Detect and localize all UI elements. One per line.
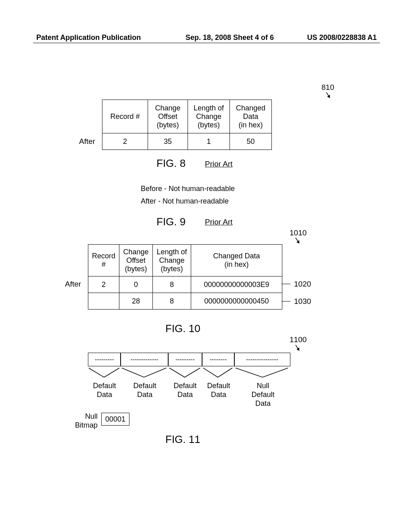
fig11-reference-number: 1100 bbox=[290, 335, 307, 344]
fig9-caption: FIG. 9 bbox=[156, 216, 186, 228]
table-header: Change Offset (bytes) bbox=[148, 100, 188, 133]
header-right: US 2008/0228838 A1 bbox=[307, 33, 377, 42]
dashes: --------- bbox=[95, 356, 114, 363]
fig10-row-reference: 1030 bbox=[294, 297, 311, 306]
null-bitmap-label: Null Bitmap bbox=[72, 412, 98, 430]
arrow-icon bbox=[294, 237, 302, 245]
table-cell: 0 bbox=[119, 276, 153, 293]
table-cell: 8 bbox=[153, 276, 191, 293]
fig8-reference-number: 810 bbox=[321, 83, 334, 92]
table-header: Record # bbox=[88, 245, 119, 276]
table-header: Changed Data (in hex) bbox=[191, 245, 282, 276]
header: Patent Application Publication Sep. 18, … bbox=[36, 33, 377, 42]
table-header: Length of Change (bytes) bbox=[188, 100, 230, 133]
table-cell: 35 bbox=[148, 133, 188, 150]
fig10-after-label: After bbox=[65, 280, 81, 289]
header-center: Sep. 18, 2008 Sheet 4 of 6 bbox=[186, 33, 274, 42]
fig11-caption: FIG. 11 bbox=[165, 433, 200, 446]
fig10-table: Record # Change Offset (bytes) Length of… bbox=[88, 244, 282, 310]
table-cell: 28 bbox=[119, 293, 153, 310]
field-label: Default Data bbox=[206, 381, 232, 399]
table-cell: 00000000000003E9 bbox=[191, 276, 282, 293]
fig8-after-label: After bbox=[79, 137, 95, 146]
null-bitmap-value: 00001 bbox=[105, 415, 125, 424]
record-field-box: --------- bbox=[88, 353, 121, 366]
fig8-prior-art: Prior Art bbox=[205, 160, 233, 168]
table-header: Length of Change (bytes) bbox=[153, 245, 191, 276]
fig8-table: Record # Change Offset (bytes) Length of… bbox=[102, 100, 272, 150]
fig10-caption: FIG. 10 bbox=[165, 322, 200, 335]
record-field-box: -------- bbox=[202, 353, 235, 366]
table-cell: 0000000000000450 bbox=[191, 293, 282, 310]
dashes: ------------- bbox=[130, 356, 158, 363]
record-field-box: --------------- bbox=[234, 353, 290, 366]
leader-line bbox=[282, 284, 290, 284]
arrow-icon bbox=[294, 344, 302, 352]
table-header: Record # bbox=[102, 100, 148, 133]
fig9-before-text: Before - Not human-readable bbox=[141, 185, 235, 193]
field-label: Default Data bbox=[172, 381, 198, 399]
null-bitmap-box: 00001 bbox=[101, 413, 129, 426]
table-cell: 1 bbox=[188, 133, 230, 150]
leader-line bbox=[282, 301, 290, 301]
table-header: Changed Data (in hex) bbox=[230, 100, 272, 133]
table-cell: 50 bbox=[230, 133, 272, 150]
header-rule bbox=[33, 43, 380, 43]
record-field-box: ------------- bbox=[120, 353, 169, 366]
fig10-row-reference: 1020 bbox=[294, 280, 311, 289]
fig9-prior-art: Prior Art bbox=[205, 218, 233, 227]
table-cell bbox=[88, 293, 119, 310]
header-left: Patent Application Publication bbox=[36, 33, 141, 42]
table-header: Change Offset (bytes) bbox=[119, 245, 153, 276]
table-cell: 2 bbox=[102, 133, 148, 150]
record-field-box: --------- bbox=[168, 353, 202, 366]
fig9-after-text: After - Not human-readable bbox=[141, 197, 229, 206]
field-label: Default Data bbox=[92, 381, 117, 399]
table-cell: 8 bbox=[153, 293, 191, 310]
dashes: -------- bbox=[210, 356, 227, 363]
arrow-icon bbox=[325, 91, 333, 99]
table-cell: 2 bbox=[88, 276, 119, 293]
field-label: Default Data bbox=[132, 381, 158, 399]
dashes: --------- bbox=[175, 356, 195, 363]
field-label: Null Default Data bbox=[250, 381, 276, 408]
fig8-caption: FIG. 8 bbox=[156, 157, 186, 170]
dashes: --------------- bbox=[246, 356, 278, 363]
fig10-reference-number: 1010 bbox=[290, 229, 307, 237]
